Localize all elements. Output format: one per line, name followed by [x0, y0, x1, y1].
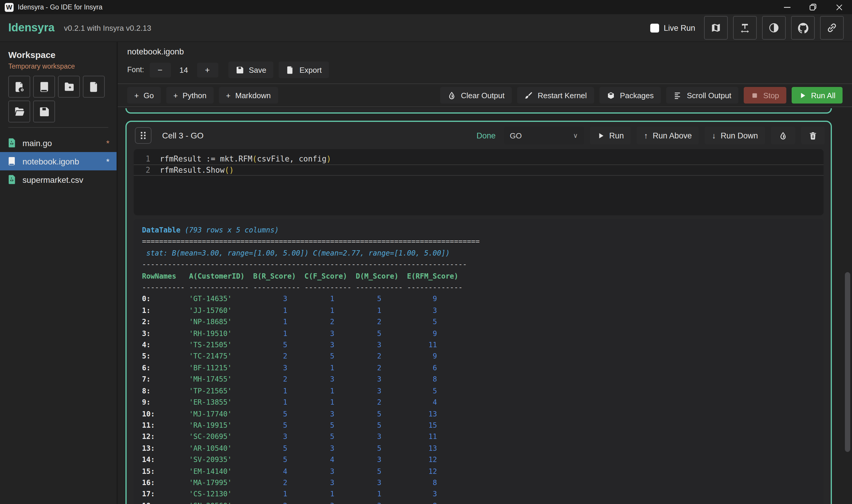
titlebar: W Idensyra - Go IDE for Insyra — [0, 0, 852, 14]
code-file-icon — [7, 138, 17, 148]
cell-toolbar: +Go +Python +Markdown Clear Output Resta… — [118, 84, 852, 107]
add-markdown-label: Markdown — [235, 91, 271, 100]
new-file-button[interactable] — [8, 76, 30, 97]
font-size-value: 14 — [176, 65, 192, 74]
output-title: DataTable (793 rows x 5 columns) — [142, 225, 815, 236]
run-down-label: Run Down — [721, 131, 758, 140]
cell-language-select[interactable]: GO ∨ — [504, 127, 584, 144]
output-table-row: 17: 'CS-12130' 1 1 1 3 — [142, 489, 815, 501]
file-name: supermarket.csv — [22, 175, 83, 184]
plus-icon: + — [226, 91, 231, 100]
workspace-tools — [8, 76, 106, 123]
play-icon — [597, 132, 604, 139]
drag-dots-icon — [140, 131, 146, 140]
minimize-icon — [784, 4, 790, 10]
run-label: Run — [609, 131, 624, 140]
add-python-cell-button[interactable]: +Python — [166, 87, 214, 104]
save-button[interactable]: Save — [228, 61, 273, 78]
font-decrease-button[interactable]: − — [149, 62, 171, 77]
live-run-checkbox[interactable] — [650, 23, 659, 32]
add-markdown-cell-button[interactable]: +Markdown — [219, 87, 278, 104]
new-folder-button[interactable] — [58, 76, 80, 97]
previous-cell-edge — [125, 108, 832, 113]
restart-kernel-button[interactable]: Restart Kernel — [517, 87, 594, 104]
stop-label: Stop — [763, 91, 779, 100]
language-value: GO — [510, 131, 522, 140]
cell-status: Done — [476, 131, 496, 140]
file-item-notebook.igonb[interactable]: notebook.igonb* — [0, 152, 116, 170]
theme-contrast-button[interactable] — [762, 16, 786, 40]
window-controls — [774, 0, 852, 14]
workspace-subtitle: Temporary workspace — [8, 63, 108, 70]
output-table-row: 1: 'JJ-15760' 1 1 1 3 — [142, 305, 815, 317]
scroll-output-button[interactable]: Scroll Output — [666, 87, 738, 104]
minimize-button[interactable] — [774, 0, 800, 14]
main-panel: notebook.igonb Font: − 14 + Save Export — [118, 42, 852, 504]
import-file-button[interactable] — [83, 76, 105, 97]
run-above-button[interactable]: ↑ Run Above — [637, 127, 699, 144]
github-button[interactable] — [791, 16, 815, 40]
open-folder-button[interactable] — [8, 101, 30, 123]
export-button[interactable]: Export — [279, 61, 329, 78]
chevron-down-icon: ∨ — [573, 132, 578, 139]
run-all-button[interactable]: Run All — [792, 87, 842, 104]
output-table-row: 4: 'TS-21505' 5 3 3 11 — [142, 340, 815, 351]
stop-icon — [751, 91, 759, 99]
line-number: 2 — [134, 166, 160, 175]
save-label: Save — [249, 65, 266, 74]
clear-output-button[interactable]: Clear Output — [440, 87, 511, 104]
output-table-row: 10: 'MJ-17740' 5 3 5 13 — [142, 409, 815, 420]
app-header: Idensyra v0.2.1 with Insyra v0.2.13 Live… — [0, 14, 852, 42]
file-item-supermarket.csv[interactable]: supermarket.csv — [0, 170, 116, 189]
stop-button[interactable]: Stop — [744, 87, 786, 104]
add-go-cell-button[interactable]: +Go — [127, 87, 161, 104]
save-workspace-button[interactable] — [33, 101, 55, 123]
packages-icon — [606, 91, 615, 100]
close-button[interactable] — [826, 0, 852, 14]
code-line-2[interactable]: 2rfmResult.Show() — [134, 164, 823, 176]
notebook-scroll-area[interactable]: Cell 3 - GO Done GO ∨ Run ↑ — [118, 107, 852, 504]
file-list: main.go*notebook.igonb*supermarket.csv — [0, 134, 116, 189]
cell-3-header: Cell 3 - GO Done GO ∨ Run ↑ — [127, 122, 831, 149]
arrow-down-icon: ↓ — [712, 131, 716, 140]
output-table-row: 13: 'AR-10540' 5 3 5 13 — [142, 443, 815, 454]
packages-button[interactable]: Packages — [599, 87, 661, 104]
map-button[interactable] — [704, 16, 728, 40]
clear-cell-output-button[interactable] — [771, 127, 795, 144]
restart-kernel-label: Restart Kernel — [538, 91, 587, 100]
run-cell-button[interactable]: Run — [590, 127, 631, 144]
map-icon — [710, 22, 722, 34]
font-increase-button[interactable]: + — [197, 62, 218, 77]
file-name: main.go — [22, 138, 52, 148]
clear-output-icon — [779, 131, 787, 140]
code-editor[interactable]: 1rfmResult := mkt.RFM(csvFile, config)2r… — [134, 149, 823, 215]
modified-indicator: * — [106, 157, 109, 166]
text-width-button[interactable] — [733, 16, 757, 40]
delete-cell-button[interactable] — [801, 127, 825, 144]
save-icon — [38, 106, 50, 118]
version-label: v0.2.1 with Insyra v0.2.13 — [64, 23, 151, 32]
notebook-header: notebook.igonb Font: − 14 + Save Export — [118, 42, 852, 84]
output-table-row: 8: 'TP-21565' 1 1 3 5 — [142, 385, 815, 397]
vertical-scrollbar[interactable] — [845, 272, 850, 452]
github-icon — [797, 22, 809, 34]
workspace-panel: Workspace Temporary workspace — [0, 42, 116, 134]
scroll-output-label: Scroll Output — [687, 91, 731, 100]
output-table-row: 11: 'RA-19915' 5 5 5 15 — [142, 420, 815, 432]
file-item-main.go[interactable]: main.go* — [0, 134, 116, 152]
link-button[interactable] — [820, 16, 844, 40]
new-notebook-button[interactable] — [33, 76, 55, 97]
clear-output-label: Clear Output — [461, 91, 504, 100]
output-stat-line: stat: B(mean=3.00, range=[1.00, 5.00]) C… — [142, 248, 815, 259]
maximize-button[interactable] — [800, 0, 826, 14]
file-name: notebook.igonb — [22, 157, 79, 166]
output-table-row: 5: 'TC-21475' 2 5 2 9 — [142, 351, 815, 363]
live-run-label: Live Run — [664, 23, 695, 32]
code-line-1[interactable]: 1rfmResult := mkt.RFM(csvFile, config) — [134, 153, 823, 164]
font-label: Font: — [127, 66, 144, 74]
brand-title: Idensyra — [8, 21, 54, 34]
run-down-button[interactable]: ↓ Run Down — [705, 127, 765, 144]
cell-drag-handle[interactable] — [135, 127, 151, 144]
live-run-toggle[interactable]: Live Run — [650, 23, 695, 32]
output-table-row: 12: 'SC-20695' 3 5 3 11 — [142, 432, 815, 443]
